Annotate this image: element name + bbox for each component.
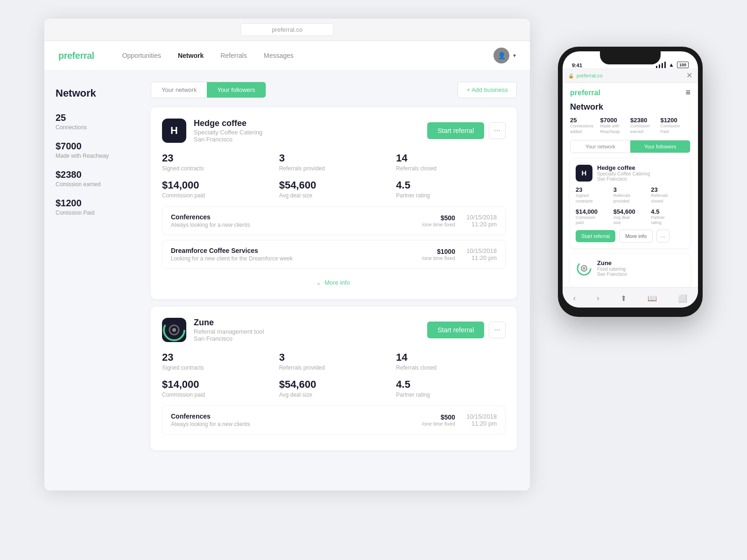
phone-hedge-stat-2: 23 Referralsclosed: [651, 186, 685, 204]
zune-service-conferences-name: Conferences: [171, 413, 422, 420]
stat-commission-earned-value: $2380: [56, 169, 127, 180]
zune-stat-signed-lbl: Signed contracts: [162, 364, 272, 371]
browser-bar: preferral.co: [44, 19, 530, 41]
zune-stat-closed-val: 14: [396, 351, 506, 364]
hedge-coffee-more-button[interactable]: ···: [489, 122, 506, 139]
hedge-service-conferences-info: Conferences Always looking for a new cli…: [171, 213, 422, 228]
sidebar: Network 25 Connections $7000 Made with R…: [44, 70, 138, 490]
hedge-service-dreamforce-info: Dreamforce Coffee Services Looking for a…: [171, 247, 422, 262]
zune-service-conferences-info: Conferences Always looking for a new cli…: [171, 413, 422, 427]
phone-stat-earned-val: $2380: [630, 117, 661, 124]
zune-stat-commission-paid-lbl: Commission paid: [162, 392, 272, 398]
nav-messages[interactable]: Messages: [264, 52, 294, 59]
phone-stat-paid-lbl: ComissionPaid: [661, 124, 691, 134]
nav-links: Opportunities Network Referrals Messages: [122, 52, 493, 59]
zune-stat-commission-paid: $14,000 Commission paid: [162, 378, 272, 398]
phone-stat-paid-val: $1200: [661, 117, 691, 124]
phone-hedge-stat-3-val: $14,000: [576, 208, 610, 215]
phone-zune-location: San Francisco: [597, 272, 627, 277]
phone-tabs-icon[interactable]: ⬜: [674, 292, 691, 305]
nav-network[interactable]: Network: [178, 52, 204, 59]
phone-hedge-stat-0-lbl: Signedcontracts: [576, 193, 610, 204]
phone-tab-your-network[interactable]: Your network: [571, 140, 630, 153]
phone-home-indicator: [607, 310, 654, 312]
chevron-down-icon[interactable]: ▾: [513, 52, 516, 59]
zune-service-conferences-price-type: /one time fixed: [422, 421, 455, 427]
stat-commission-paid: $1200 Comission Paid: [56, 198, 127, 216]
hedge-service-conferences[interactable]: Conferences Always looking for a new cli…: [162, 206, 506, 235]
hedge-stat-closed-lbl: Referrals closed: [396, 165, 506, 172]
phone-hedge-dots-button[interactable]: ···: [656, 230, 669, 243]
browser-url: preferral.co: [240, 23, 334, 36]
add-business-button[interactable]: + Add business: [458, 82, 517, 98]
zune-stats: 23 Signed contracts 3 Referrals provided…: [162, 351, 506, 398]
nav-opportunities[interactable]: Opportunities: [122, 52, 161, 59]
stat-commission-earned: $2380 Comission earned: [56, 169, 127, 188]
phone-share-icon[interactable]: ⬆: [617, 292, 630, 305]
phone-hedge-name: Hedge coffee: [597, 164, 650, 171]
hedge-stat-avg-deal: $54,600 Avg deal size: [279, 179, 389, 199]
zune-stat-closed-lbl: Referrals closed: [396, 364, 506, 371]
more-info-link[interactable]: ⌄ More info: [162, 273, 506, 288]
nav-referrals[interactable]: Referrals: [220, 52, 247, 59]
tab-your-followers[interactable]: Your followers: [207, 82, 265, 98]
phone-container: 9:41 ▲ 100 🔒 preferral.co: [558, 47, 703, 317]
zune-service-conferences-price-val: $500: [422, 413, 455, 421]
phone-hedge-more-info-button[interactable]: More info: [619, 230, 653, 243]
chevron-down-icon: ⌄: [316, 279, 321, 286]
phone-tab-your-followers[interactable]: Your followers: [630, 140, 690, 153]
hedge-service-dreamforce[interactable]: Dreamforce Coffee Services Looking for a…: [162, 240, 506, 269]
phone-hedge-location: San Francisco: [597, 176, 650, 182]
hedge-coffee-header: H Hedge coffee Specialty Coffee Catering…: [162, 119, 506, 143]
hedge-stat-signed-val: 23: [162, 152, 272, 164]
hedge-stat-provided-val: 3: [279, 152, 389, 164]
avatar[interactable]: 👤: [493, 48, 509, 63]
phone-hedge-stat-5-val: 4.5: [651, 208, 685, 215]
phone-zune-card: Zune Food catering San Francisco: [570, 254, 691, 287]
phone-menu-icon[interactable]: ≡: [685, 88, 691, 98]
phone-forward-icon[interactable]: ›: [593, 292, 603, 305]
phone-stat-earned-lbl: Comissionearned: [630, 124, 661, 134]
phone-zune-info: Zune Food catering San Francisco: [597, 259, 627, 277]
phone-hedge-start-referral-button[interactable]: Start referral: [576, 230, 615, 242]
phone-back-icon[interactable]: ‹: [570, 292, 579, 305]
phone-bottom-bar: ‹ › ⬆ 📖 ⬜: [563, 287, 698, 308]
hedge-stat-rating-lbl: Partner rating: [396, 192, 506, 199]
phone-zune-name: Zune: [597, 259, 627, 266]
zune-stat-signed-val: 23: [162, 351, 272, 364]
phone-stat-reachway: $7000 Made withReachway: [600, 117, 631, 134]
phone-section-title: Network: [563, 102, 698, 117]
hedge-stat-closed-val: 14: [396, 152, 506, 164]
phone-notch: [600, 51, 661, 64]
zune-header: Zune Referral management tool San Franci…: [162, 318, 506, 342]
zune-stat-closed: 14 Referrals closed: [396, 351, 506, 371]
hedge-stat-closed: 14 Referrals closed: [396, 152, 506, 172]
tab-your-network[interactable]: Your network: [151, 82, 207, 98]
logo: preferral: [58, 50, 94, 61]
zune-start-referral-button[interactable]: Start referral: [427, 322, 484, 338]
phone-close-icon[interactable]: ✕: [686, 71, 692, 80]
hedge-service-dreamforce-price-type: /one time fixed: [422, 255, 455, 261]
phone-hedge-stat-5-lbl: Partnerrating: [651, 215, 685, 226]
zune-more-button[interactable]: ···: [489, 322, 506, 338]
svg-point-5: [583, 267, 585, 270]
hedge-stat-provided: 3 Referrals provided: [279, 152, 389, 172]
stat-commission-paid-label: Comission Paid: [56, 210, 127, 216]
hedge-coffee-start-referral-button[interactable]: Start referral: [427, 122, 484, 139]
phone-browser-bar: 🔒 preferral.co ✕: [563, 68, 698, 83]
hedge-service-conferences-price-type: /one time fixed: [422, 222, 455, 227]
zune-service-conferences[interactable]: Conferences Always looking for a new cli…: [162, 406, 506, 434]
phone-app-nav: preferral ≡: [563, 83, 698, 102]
hedge-service-conferences-price: $500 /one time fixed: [422, 214, 455, 227]
phone-hedge-stat-3-lbl: Comissionpaid: [576, 215, 610, 226]
hedge-coffee-location: San Francisco: [194, 136, 427, 143]
phone-time: 9:41: [572, 63, 582, 68]
zune-stat-rating-lbl: Partner rating: [396, 392, 506, 398]
phone-stat-connections-lbl: Connectionsadded: [570, 124, 600, 134]
phone-hedge-logo: H: [576, 165, 592, 182]
hedge-service-conferences-date-val: 10/15/2018: [466, 214, 497, 221]
hedge-coffee-card: H Hedge coffee Specialty Coffee Catering…: [151, 107, 517, 299]
hedge-stat-avg-deal-lbl: Avg deal size: [279, 192, 389, 199]
phone-bookmarks-icon[interactable]: 📖: [644, 292, 661, 305]
phone-wifi-icon: ▲: [669, 62, 674, 68]
